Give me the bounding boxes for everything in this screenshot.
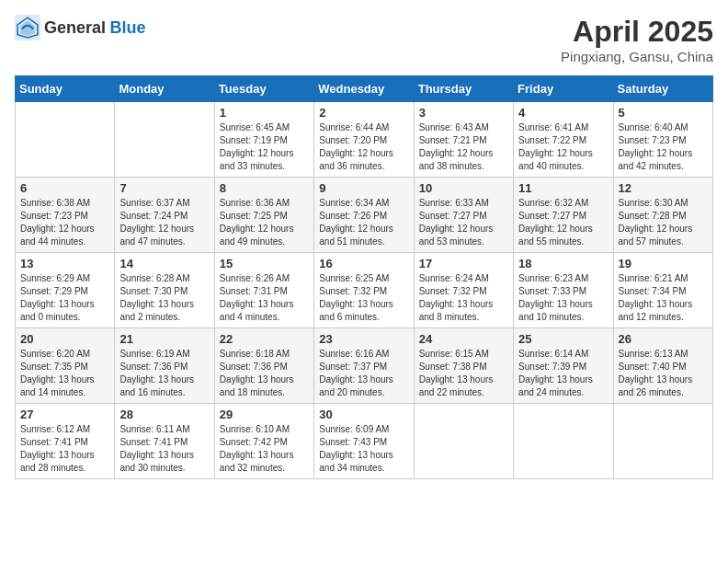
day-info: Sunrise: 6:28 AMSunset: 7:30 PMDaylight:… xyxy=(119,272,209,324)
month-title: April 2025 xyxy=(561,15,713,49)
day-info: Sunrise: 6:20 AMSunset: 7:35 PMDaylight:… xyxy=(20,348,109,399)
calendar-cell: 10Sunrise: 6:33 AMSunset: 7:27 PMDayligh… xyxy=(414,178,513,253)
calendar-cell: 27Sunrise: 6:12 AMSunset: 7:41 PMDayligh… xyxy=(16,404,115,479)
day-number: 12 xyxy=(619,181,708,195)
day-number: 9 xyxy=(319,181,408,195)
day-number: 10 xyxy=(419,181,508,195)
day-info: Sunrise: 6:15 AMSunset: 7:38 PMDaylight:… xyxy=(419,348,508,399)
day-info: Sunrise: 6:11 AMSunset: 7:41 PMDaylight:… xyxy=(119,423,209,475)
calendar-cell: 4Sunrise: 6:41 AMSunset: 7:22 PMDaylight… xyxy=(514,102,613,178)
col-tuesday: Tuesday xyxy=(214,76,313,102)
calendar-week-3: 13Sunrise: 6:29 AMSunset: 7:29 PMDayligh… xyxy=(16,253,713,328)
day-info: Sunrise: 6:45 AMSunset: 7:19 PMDaylight:… xyxy=(220,121,309,173)
day-info: Sunrise: 6:24 AMSunset: 7:32 PMDaylight:… xyxy=(419,272,508,324)
day-number: 28 xyxy=(119,408,209,421)
day-info: Sunrise: 6:44 AMSunset: 7:20 PMDaylight:… xyxy=(319,121,408,173)
calendar-cell: 29Sunrise: 6:10 AMSunset: 7:42 PMDayligh… xyxy=(214,404,313,479)
generalblue-icon xyxy=(15,15,40,40)
calendar-cell: 23Sunrise: 6:16 AMSunset: 7:37 PMDayligh… xyxy=(314,328,414,404)
calendar-cell: 1Sunrise: 6:45 AMSunset: 7:19 PMDaylight… xyxy=(214,102,313,178)
day-number: 7 xyxy=(119,181,209,195)
col-friday: Friday xyxy=(514,76,613,102)
day-info: Sunrise: 6:30 AMSunset: 7:28 PMDaylight:… xyxy=(619,197,708,248)
day-info: Sunrise: 6:21 AMSunset: 7:34 PMDaylight:… xyxy=(619,272,708,324)
calendar-week-5: 27Sunrise: 6:12 AMSunset: 7:41 PMDayligh… xyxy=(16,404,713,479)
day-info: Sunrise: 6:13 AMSunset: 7:40 PMDaylight:… xyxy=(619,348,708,399)
day-number: 1 xyxy=(220,106,309,120)
day-number: 17 xyxy=(419,257,508,270)
calendar-cell: 28Sunrise: 6:11 AMSunset: 7:41 PMDayligh… xyxy=(115,404,214,479)
page-header: General Blue April 2025 Pingxiang, Gansu… xyxy=(15,15,713,64)
day-info: Sunrise: 6:18 AMSunset: 7:36 PMDaylight:… xyxy=(220,348,309,399)
day-number: 8 xyxy=(220,181,309,195)
calendar-cell xyxy=(514,404,613,479)
col-sunday: Sunday xyxy=(16,76,115,102)
calendar-cell: 30Sunrise: 6:09 AMSunset: 7:43 PMDayligh… xyxy=(314,404,414,479)
calendar-week-4: 20Sunrise: 6:20 AMSunset: 7:35 PMDayligh… xyxy=(16,328,713,404)
calendar-cell: 11Sunrise: 6:32 AMSunset: 7:27 PMDayligh… xyxy=(514,178,613,253)
day-number: 14 xyxy=(119,257,209,270)
calendar-cell: 9Sunrise: 6:34 AMSunset: 7:26 PMDaylight… xyxy=(314,178,414,253)
calendar-cell: 15Sunrise: 6:26 AMSunset: 7:31 PMDayligh… xyxy=(214,253,313,328)
calendar-week-1: 1Sunrise: 6:45 AMSunset: 7:19 PMDaylight… xyxy=(16,102,713,178)
day-info: Sunrise: 6:26 AMSunset: 7:31 PMDaylight:… xyxy=(220,272,309,324)
day-info: Sunrise: 6:09 AMSunset: 7:43 PMDaylight:… xyxy=(319,423,408,475)
calendar-cell: 18Sunrise: 6:23 AMSunset: 7:33 PMDayligh… xyxy=(514,253,613,328)
day-info: Sunrise: 6:23 AMSunset: 7:33 PMDaylight:… xyxy=(518,272,608,324)
calendar-cell: 17Sunrise: 6:24 AMSunset: 7:32 PMDayligh… xyxy=(414,253,513,328)
day-number: 27 xyxy=(20,408,109,421)
day-number: 24 xyxy=(419,332,508,346)
day-number: 25 xyxy=(518,332,608,346)
day-info: Sunrise: 6:37 AMSunset: 7:24 PMDaylight:… xyxy=(119,197,209,248)
day-info: Sunrise: 6:34 AMSunset: 7:26 PMDaylight:… xyxy=(319,197,408,248)
day-number: 2 xyxy=(319,106,408,120)
calendar-cell: 19Sunrise: 6:21 AMSunset: 7:34 PMDayligh… xyxy=(613,253,712,328)
day-info: Sunrise: 6:32 AMSunset: 7:27 PMDaylight:… xyxy=(518,197,608,248)
day-number: 19 xyxy=(619,257,708,270)
day-info: Sunrise: 6:25 AMSunset: 7:32 PMDaylight:… xyxy=(319,272,408,324)
day-number: 18 xyxy=(518,257,608,270)
col-wednesday: Wednesday xyxy=(314,76,414,102)
calendar-cell: 14Sunrise: 6:28 AMSunset: 7:30 PMDayligh… xyxy=(115,253,214,328)
day-info: Sunrise: 6:38 AMSunset: 7:23 PMDaylight:… xyxy=(20,197,109,248)
day-number: 20 xyxy=(20,332,109,346)
calendar-cell: 5Sunrise: 6:40 AMSunset: 7:23 PMDaylight… xyxy=(613,102,712,178)
logo-general-text: General xyxy=(44,18,106,37)
day-number: 4 xyxy=(518,106,608,120)
calendar-cell: 22Sunrise: 6:18 AMSunset: 7:36 PMDayligh… xyxy=(214,328,313,404)
day-info: Sunrise: 6:41 AMSunset: 7:22 PMDaylight:… xyxy=(518,121,608,173)
calendar-week-2: 6Sunrise: 6:38 AMSunset: 7:23 PMDaylight… xyxy=(16,178,713,253)
day-number: 6 xyxy=(20,181,109,195)
day-number: 11 xyxy=(518,181,608,195)
col-saturday: Saturday xyxy=(613,76,712,102)
calendar-cell: 2Sunrise: 6:44 AMSunset: 7:20 PMDaylight… xyxy=(314,102,414,178)
day-number: 30 xyxy=(319,408,408,421)
day-number: 13 xyxy=(20,257,109,270)
day-info: Sunrise: 6:14 AMSunset: 7:39 PMDaylight:… xyxy=(518,348,608,399)
day-number: 21 xyxy=(119,332,209,346)
calendar-header-row: Sunday Monday Tuesday Wednesday Thursday… xyxy=(16,76,713,102)
calendar-cell: 21Sunrise: 6:19 AMSunset: 7:36 PMDayligh… xyxy=(115,328,214,404)
calendar-cell: 12Sunrise: 6:30 AMSunset: 7:28 PMDayligh… xyxy=(613,178,712,253)
calendar-cell xyxy=(613,404,712,479)
calendar-cell: 16Sunrise: 6:25 AMSunset: 7:32 PMDayligh… xyxy=(314,253,414,328)
day-info: Sunrise: 6:16 AMSunset: 7:37 PMDaylight:… xyxy=(319,348,408,399)
logo-blue-text: Blue xyxy=(110,18,146,37)
day-info: Sunrise: 6:19 AMSunset: 7:36 PMDaylight:… xyxy=(119,348,209,399)
calendar-cell: 24Sunrise: 6:15 AMSunset: 7:38 PMDayligh… xyxy=(414,328,513,404)
calendar-cell xyxy=(115,102,214,178)
calendar-cell: 25Sunrise: 6:14 AMSunset: 7:39 PMDayligh… xyxy=(514,328,613,404)
day-number: 16 xyxy=(319,257,408,270)
day-info: Sunrise: 6:12 AMSunset: 7:41 PMDaylight:… xyxy=(20,423,109,475)
day-info: Sunrise: 6:29 AMSunset: 7:29 PMDaylight:… xyxy=(20,272,109,324)
day-number: 26 xyxy=(619,332,708,346)
title-block: April 2025 Pingxiang, Gansu, China xyxy=(561,15,713,64)
col-monday: Monday xyxy=(115,76,214,102)
day-info: Sunrise: 6:40 AMSunset: 7:23 PMDaylight:… xyxy=(619,121,708,173)
col-thursday: Thursday xyxy=(414,76,513,102)
calendar-cell xyxy=(16,102,115,178)
day-number: 15 xyxy=(220,257,309,270)
day-number: 3 xyxy=(419,106,508,120)
calendar-cell: 20Sunrise: 6:20 AMSunset: 7:35 PMDayligh… xyxy=(16,328,115,404)
day-info: Sunrise: 6:10 AMSunset: 7:42 PMDaylight:… xyxy=(220,423,309,475)
